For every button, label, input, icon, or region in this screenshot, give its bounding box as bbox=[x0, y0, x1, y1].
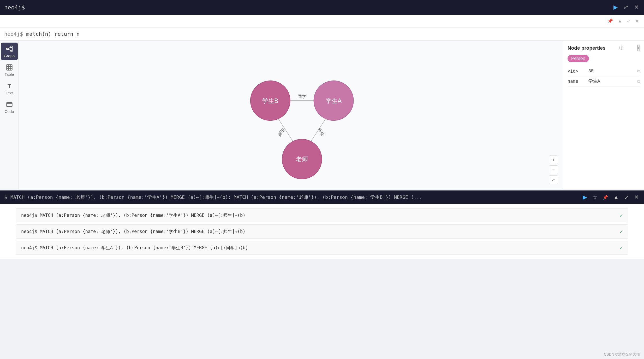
result-check-1: ✓ bbox=[620, 228, 623, 235]
query-fullscreen-button[interactable]: ⤢ bbox=[626, 17, 631, 25]
top-bar-actions: ▶ ⤢ ✕ bbox=[612, 3, 640, 12]
result-check-2: ✓ bbox=[620, 245, 623, 251]
svg-line-3 bbox=[8, 47, 11, 49]
sidebar-tab-code[interactable]: Code bbox=[1, 98, 18, 116]
top-close-button[interactable]: ✕ bbox=[633, 3, 640, 12]
footer-text: CSDN ©爱吃饭的大猫 bbox=[604, 352, 640, 356]
svg-rect-13 bbox=[7, 102, 12, 107]
graph-canvas[interactable]: 同学 师生 师生 学生B 学生A 老师 + − ⤢ bbox=[19, 40, 563, 189]
svg-line-4 bbox=[8, 49, 11, 50]
result-text-0: neo4j$ MATCH (a:Person {name:'老师'}), (b:… bbox=[21, 212, 245, 218]
sidebar-tab-code-label: Code bbox=[5, 109, 14, 114]
query-collapse-button[interactable]: ▲ bbox=[617, 18, 623, 25]
node-label-xueshengb: 学生B bbox=[262, 97, 278, 104]
result-check-0: ✓ bbox=[620, 212, 623, 218]
query-close-button[interactable]: ✕ bbox=[634, 17, 640, 25]
svg-point-2 bbox=[11, 50, 12, 52]
svg-point-0 bbox=[6, 48, 8, 50]
prop-value-id: 38 bbox=[588, 68, 637, 74]
prop-key-name: name bbox=[568, 79, 588, 84]
prop-value-name: 学生A bbox=[588, 78, 637, 84]
prop-row-name: name 学生A ⧉ bbox=[568, 76, 640, 86]
svg-point-1 bbox=[11, 46, 12, 48]
node-properties-panel: Node properties ⓘ › Person <id> 38 ⧉ nam… bbox=[563, 40, 644, 189]
top-expand-button[interactable]: ⤢ bbox=[623, 3, 629, 12]
sidebar-tab-text[interactable]: Text bbox=[1, 80, 18, 97]
graph-svg: 同学 师生 师生 学生B 学生A 老师 bbox=[19, 40, 563, 189]
query-section: 📌 ▲ ⤢ ✕ neo4j$ match(n) return n bbox=[0, 15, 644, 40]
bottom-expand-button[interactable]: ⤢ bbox=[623, 193, 630, 202]
sidebar-tab-table[interactable]: Table bbox=[1, 61, 18, 79]
query-body: match(n) return n bbox=[26, 31, 80, 37]
result-text-2: neo4j$ MATCH (a:Person {name:'学生A'}), (b… bbox=[21, 245, 248, 251]
top-play-button[interactable]: ▶ bbox=[612, 3, 619, 12]
result-row-1: neo4j$ MATCH (a:Person {name:'老师'}), (b:… bbox=[16, 224, 628, 239]
top-command-input[interactable] bbox=[28, 4, 609, 11]
query-pin-button[interactable]: 📌 bbox=[606, 17, 614, 25]
left-sidebar: Graph Table Text Cod bbox=[0, 40, 19, 189]
node-label-xueshengA: 学生A bbox=[326, 97, 342, 104]
bottom-close-button[interactable]: ✕ bbox=[633, 193, 640, 202]
result-row-2: neo4j$ MATCH (a:Person {name:'学生A'}), (b… bbox=[16, 241, 628, 255]
zoom-in-button[interactable]: + bbox=[549, 155, 558, 164]
node-props-expand-button[interactable]: › bbox=[637, 45, 640, 51]
bottom-play-button[interactable]: ▶ bbox=[582, 193, 588, 202]
top-prompt-label: neo4j$ bbox=[4, 4, 25, 11]
bottom-command-text: MATCH (a:Person {name:'老师'}), (b:Person … bbox=[10, 194, 579, 200]
query-prompt: neo4j$ bbox=[4, 31, 23, 37]
bottom-actions: ▶ ☆ 📌 ▲ ⤢ ✕ bbox=[582, 193, 640, 202]
node-props-header: Node properties ⓘ › bbox=[568, 45, 640, 51]
edge-label-shisheng-a: 师生 bbox=[317, 127, 326, 137]
top-command-bar: neo4j$ ▶ ⤢ ✕ bbox=[0, 0, 644, 15]
sidebar-tab-graph-label: Graph bbox=[4, 54, 15, 58]
query-text-line: neo4j$ match(n) return n bbox=[0, 28, 644, 40]
result-row-0: neo4j$ MATCH (a:Person {name:'老师'}), (b:… bbox=[16, 208, 628, 222]
footer: CSDN ©爱吃饭的大猫 bbox=[604, 352, 640, 357]
bottom-section: $ MATCH (a:Person {name:'老师'}), (b:Perso… bbox=[0, 190, 644, 259]
bottom-dollar-sign: $ bbox=[4, 194, 7, 200]
result-text-1: neo4j$ MATCH (a:Person {name:'老师'}), (b:… bbox=[21, 229, 245, 235]
bottom-star-button[interactable]: ☆ bbox=[591, 193, 599, 202]
zoom-controls: + − ⤢ bbox=[549, 155, 558, 184]
node-props-info-icon: ⓘ bbox=[619, 45, 623, 51]
prop-copy-id[interactable]: ⧉ bbox=[637, 69, 640, 73]
query-header: 📌 ▲ ⤢ ✕ bbox=[0, 15, 644, 28]
bottom-command-bar: $ MATCH (a:Person {name:'老师'}), (b:Perso… bbox=[0, 190, 644, 204]
sidebar-tab-table-label: Table bbox=[5, 72, 14, 77]
node-props-title: Node properties bbox=[568, 45, 606, 51]
prop-copy-name[interactable]: ⧉ bbox=[637, 79, 640, 84]
prop-row-id: <id> 38 ⧉ bbox=[568, 66, 640, 76]
sidebar-tab-graph[interactable]: Graph bbox=[1, 43, 18, 60]
node-label-laoshi: 老师 bbox=[296, 156, 308, 163]
zoom-fit-button[interactable]: ⤢ bbox=[549, 175, 558, 184]
bottom-collapse-button[interactable]: ▲ bbox=[612, 193, 620, 202]
graph-container: Graph Table Text Cod bbox=[0, 40, 644, 189]
prop-key-id: <id> bbox=[568, 68, 588, 74]
node-label-badge[interactable]: Person bbox=[568, 55, 589, 62]
edge-label-tongxue: 同学 bbox=[297, 94, 306, 99]
result-list: neo4j$ MATCH (a:Person {name:'老师'}), (b:… bbox=[0, 204, 644, 259]
query-header-actions: 📌 ▲ ⤢ ✕ bbox=[606, 17, 640, 25]
zoom-out-button[interactable]: − bbox=[549, 165, 558, 174]
svg-rect-6 bbox=[7, 65, 12, 70]
bottom-pin-button[interactable]: 📌 bbox=[602, 194, 609, 201]
sidebar-tab-text-label: Text bbox=[6, 91, 13, 95]
